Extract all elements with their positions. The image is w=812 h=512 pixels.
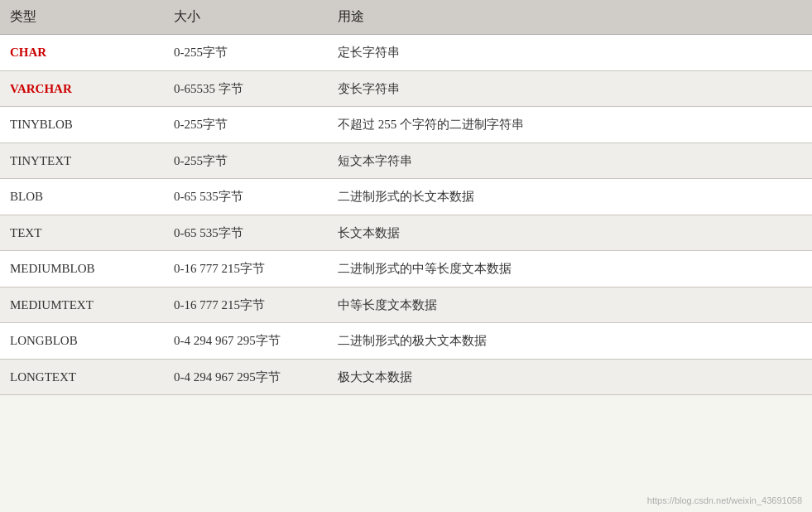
cell-type: TINYTEXT: [0, 142, 164, 179]
cell-usage: 二进制形式的中等长度文本数据: [328, 251, 812, 287]
cell-size: 0-4 294 967 295字节: [164, 323, 328, 360]
cell-usage: 极大文本数据: [328, 359, 812, 395]
table-row: MEDIUMTEXT0-16 777 215字节中等长度文本数据: [0, 287, 812, 323]
cell-type: MEDIUMTEXT: [0, 287, 164, 323]
table-row: TINYTEXT0-255字节短文本字符串: [0, 142, 812, 179]
cell-usage: 中等长度文本数据: [328, 287, 812, 323]
header-size: 大小: [164, 0, 328, 35]
cell-size: 0-65 535字节: [164, 215, 328, 251]
cell-size: 0-16 777 215字节: [164, 251, 328, 287]
cell-type: TINYBLOB: [0, 107, 164, 143]
cell-usage: 短文本字符串: [328, 142, 812, 179]
cell-usage: 二进制形式的极大文本数据: [328, 323, 812, 360]
cell-size: 0-4 294 967 295字节: [164, 359, 328, 395]
table-row: VARCHAR0-65535 字节变长字符串: [0, 70, 812, 107]
table-body: CHAR0-255字节定长字符串VARCHAR0-65535 字节变长字符串TI…: [0, 35, 812, 395]
table-row: MEDIUMBLOB0-16 777 215字节二进制形式的中等长度文本数据: [0, 251, 812, 287]
table-header: 类型 大小 用途: [0, 0, 812, 35]
watermark: https://blog.csdn.net/weixin_43691058: [647, 495, 802, 505]
cell-type: TEXT: [0, 215, 164, 251]
cell-usage: 不超过 255 个字符的二进制字符串: [328, 107, 812, 143]
cell-type: LONGTEXT: [0, 359, 164, 395]
cell-usage: 二进制形式的长文本数据: [328, 179, 812, 215]
cell-usage: 定长字符串: [328, 35, 812, 71]
cell-type: LONGBLOB: [0, 323, 164, 360]
cell-size: 0-65 535字节: [164, 179, 328, 215]
header-type: 类型: [0, 0, 164, 35]
table-row: LONGBLOB0-4 294 967 295字节二进制形式的极大文本数据: [0, 323, 812, 360]
cell-usage: 长文本数据: [328, 215, 812, 251]
table-wrapper: 类型 大小 用途 CHAR0-255字节定长字符串VARCHAR0-65535 …: [0, 0, 812, 512]
cell-size: 0-255字节: [164, 107, 328, 143]
table-row: BLOB0-65 535字节二进制形式的长文本数据: [0, 179, 812, 215]
table-row: TINYBLOB0-255字节不超过 255 个字符的二进制字符串: [0, 107, 812, 143]
cell-size: 0-16 777 215字节: [164, 287, 328, 323]
data-table: 类型 大小 用途 CHAR0-255字节定长字符串VARCHAR0-65535 …: [0, 0, 812, 395]
table-row: CHAR0-255字节定长字符串: [0, 35, 812, 71]
cell-type: MEDIUMBLOB: [0, 251, 164, 287]
cell-size: 0-255字节: [164, 35, 328, 71]
cell-usage: 变长字符串: [328, 70, 812, 107]
cell-type: CHAR: [0, 35, 164, 71]
table-row: LONGTEXT0-4 294 967 295字节极大文本数据: [0, 359, 812, 395]
header-usage: 用途: [328, 0, 812, 35]
cell-type: VARCHAR: [0, 70, 164, 107]
cell-size: 0-255字节: [164, 142, 328, 179]
cell-type: BLOB: [0, 179, 164, 215]
table-row: TEXT0-65 535字节长文本数据: [0, 215, 812, 251]
cell-size: 0-65535 字节: [164, 70, 328, 107]
